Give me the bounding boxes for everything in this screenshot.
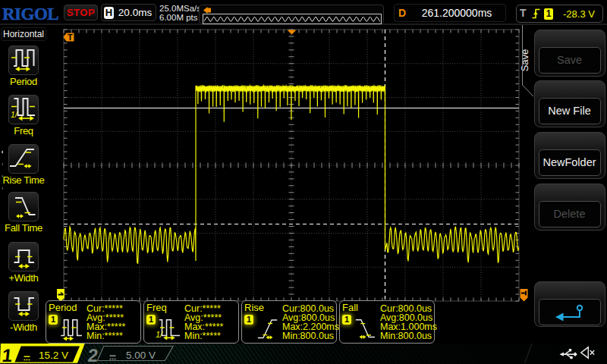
svg-text:1/: 1/: [156, 329, 163, 338]
svg-text:T: T: [68, 33, 73, 42]
svg-text:1/: 1/: [11, 110, 18, 119]
